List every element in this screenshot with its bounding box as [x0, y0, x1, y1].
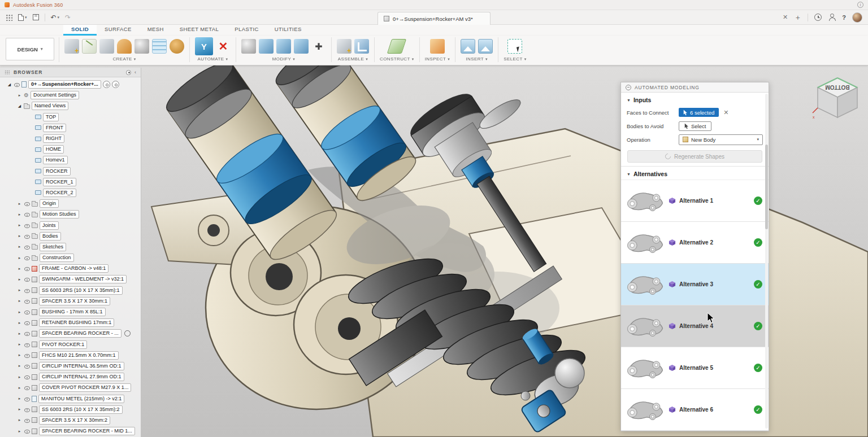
create-group-label[interactable]: CREATE▾ — [112, 56, 136, 62]
browser-folder-motion-studies[interactable]: ▸Motion Studies — [0, 209, 141, 220]
expand-arrow-icon[interactable]: ▸ — [17, 299, 22, 303]
visibility-eye-icon[interactable] — [24, 255, 30, 261]
browser-item-document-settings[interactable]: ▸ ⚙ Document Settings — [0, 90, 141, 100]
visibility-eye-icon[interactable] — [24, 211, 30, 217]
alternative-row-4[interactable]: Alternative 4 ✓ — [621, 305, 769, 347]
bodies-select-button[interactable]: Select — [679, 121, 711, 131]
move-copy-icon[interactable]: ✚ — [311, 39, 326, 54]
expand-arrow-icon[interactable]: ▸ — [17, 310, 22, 314]
expand-arrow-icon[interactable]: ▸ — [17, 429, 22, 434]
app-grid-icon[interactable] — [6, 14, 12, 21]
redo-icon[interactable]: ↷ — [65, 14, 71, 21]
panel-scrollbar-thumb[interactable] — [765, 145, 768, 229]
expand-arrow-icon[interactable]: ▸ — [17, 418, 22, 422]
visibility-eye-icon[interactable] — [24, 200, 30, 207]
browser-view-rocker1[interactable]: ROCKER_1 — [0, 177, 141, 187]
browser-root-row[interactable]: ◢ 0+→Suspension+Rocker+... — [0, 79, 141, 90]
collapse-chevron-icon[interactable]: ‹ — [134, 69, 136, 75]
visibility-eye-icon[interactable] — [24, 407, 30, 413]
undo-icon[interactable]: ↶ — [51, 14, 57, 21]
file-menu-icon[interactable] — [18, 14, 24, 21]
browser-view-top[interactable]: TOP — [0, 112, 141, 123]
expand-arrow-icon[interactable]: ▸ — [17, 212, 22, 217]
expand-arrow-icon[interactable]: ▸ — [17, 375, 22, 379]
tab-utilities[interactable]: UTILITIES — [267, 25, 310, 36]
insert-group-label[interactable]: INSERT▾ — [466, 56, 488, 62]
browser-component-row[interactable]: ▸SPACER 3.5 X 17 X 30mm:2 — [0, 415, 141, 426]
tab-plastic[interactable]: PLASTIC — [227, 25, 266, 36]
alternative-row-5[interactable]: Alternative 5 ✓ — [621, 347, 769, 389]
tab-mesh[interactable]: MESH — [140, 25, 172, 36]
panel-header[interactable]: AUTOMATED MODELING — [621, 82, 769, 93]
collaborate-person-icon[interactable] — [828, 14, 836, 21]
panel-menu-icon[interactable] — [626, 85, 631, 90]
inputs-section-header[interactable]: ▼ Inputs — [621, 93, 769, 106]
visibility-eye-icon[interactable] — [24, 276, 30, 282]
browser-view-home[interactable]: HOME — [0, 144, 141, 155]
alternative-row-6[interactable]: Alternative 6 ✓ — [621, 389, 769, 431]
automate-group-label[interactable]: AUTOMATE▾ — [198, 56, 228, 62]
browser-component-row[interactable]: ▸PIVOT ROCKER:1 — [0, 339, 141, 350]
expand-arrow-icon[interactable]: ▸ — [17, 93, 22, 98]
visibility-eye-icon[interactable] — [24, 330, 30, 337]
visibility-eye-icon[interactable] — [24, 363, 30, 369]
browser-component-row[interactable]: ▸MANITOU METEL (215mm) -> v2:1 — [0, 393, 141, 404]
expand-arrow-icon[interactable]: ▸ — [17, 202, 22, 206]
browser-component-row[interactable]: ▸RETAINER BUSHING 17mm:1 — [0, 317, 141, 328]
visibility-eye-icon[interactable] — [24, 396, 30, 402]
clear-selection-icon[interactable]: ✕ — [723, 109, 728, 116]
construct-group-label[interactable]: CONSTRUCT▾ — [380, 56, 414, 62]
browser-folder-bodies[interactable]: ▸Bodies — [0, 231, 141, 242]
close-tab-icon[interactable]: ✕ — [783, 14, 788, 20]
user-avatar[interactable] — [852, 12, 862, 23]
expand-arrow-icon[interactable]: ▸ — [17, 353, 22, 357]
record-dot-icon[interactable] — [126, 70, 131, 75]
joint-icon[interactable] — [354, 39, 369, 54]
tab-solid[interactable]: SOLID — [63, 25, 97, 36]
expand-arrow-icon[interactable]: ▸ — [17, 364, 22, 368]
browser-component-row[interactable]: ▸SPACER BEARING ROCKER - ... — [0, 328, 141, 339]
create-sketch-icon[interactable] — [82, 39, 97, 54]
expand-arrow-icon[interactable]: ◢ — [17, 104, 22, 108]
browser-component-row[interactable]: ▸SWINGARM - WELDMENT -> v32:1 — [0, 274, 141, 285]
expand-arrow-icon[interactable]: ▸ — [17, 321, 22, 325]
construction-plane-icon[interactable] — [387, 39, 406, 54]
browser-component-row[interactable]: ▸SPACER BEARING ROCKER - MID 1... — [0, 426, 141, 436]
expand-arrow-icon[interactable]: ▸ — [17, 234, 22, 238]
insert-design-icon[interactable] — [461, 39, 475, 54]
expand-arrow-icon[interactable]: ▸ — [17, 386, 22, 390]
design-workspace-dropdown[interactable]: DESIGN ▾ — [6, 38, 54, 60]
select-group-label[interactable]: SELECT▾ — [504, 56, 526, 62]
regenerate-shapes-button[interactable]: Regenerate Shapes — [627, 150, 762, 163]
browser-folder-origin[interactable]: ▸Origin — [0, 198, 141, 209]
shell-icon[interactable] — [276, 39, 291, 54]
visibility-eye-icon[interactable] — [24, 244, 30, 250]
browser-component-row[interactable]: ▸SPACER 3.5 X 17 X 30mm:1 — [0, 296, 141, 307]
derive-icon[interactable] — [99, 39, 114, 54]
document-tab[interactable]: 0+→Suspension+Rocker+AM v3* — [377, 12, 491, 25]
press-pull-icon[interactable] — [241, 39, 256, 54]
inspect-group-label[interactable]: INSPECT▾ — [425, 56, 450, 62]
browser-component-row[interactable]: ▸CIRCLIP INTERNAL 36.5mm OD:1 — [0, 361, 141, 372]
expand-arrow-icon[interactable]: ▸ — [17, 266, 22, 271]
alternative-row-1[interactable]: Alternative 1 ✓ — [621, 180, 769, 222]
assemble-group-label[interactable]: ASSEMBLE▾ — [338, 56, 368, 62]
alternative-row-3[interactable]: Alternative 3 ✓ — [621, 264, 769, 305]
viewport-canvas[interactable]: BOTTOM x BROWSER ‹ ◢ 0+→Suspension+Rocke… — [0, 65, 868, 437]
visibility-eye-icon[interactable] — [24, 384, 30, 391]
expand-arrow-icon[interactable]: ▸ — [17, 288, 22, 292]
expand-arrow-icon[interactable]: ▸ — [17, 331, 22, 336]
browser-component-row[interactable]: ▸SS 6003 2RS (10 X 17 X 35mm):1 — [0, 285, 141, 296]
help-icon[interactable]: ? — [842, 14, 846, 21]
expand-arrow-icon[interactable]: ▸ — [17, 244, 22, 249]
browser-view-right[interactable]: RIGHT — [0, 133, 141, 144]
alternatives-section-header[interactable]: ▼ Alternatives — [621, 167, 769, 180]
visibility-eye-icon[interactable] — [24, 233, 30, 239]
tab-surface[interactable]: SURFACE — [97, 25, 140, 36]
browser-component-row[interactable]: ▸FHCS M10 21.5mm X 0.70mm:1 — [0, 350, 141, 361]
create-form-icon[interactable] — [117, 39, 132, 54]
automated-modeling-icon[interactable]: Y — [195, 37, 213, 55]
browser-folder-sketches[interactable]: ▸Sketches — [0, 242, 141, 252]
visibility-eye-icon[interactable] — [24, 374, 30, 380]
drag-grip-icon[interactable] — [5, 70, 10, 75]
